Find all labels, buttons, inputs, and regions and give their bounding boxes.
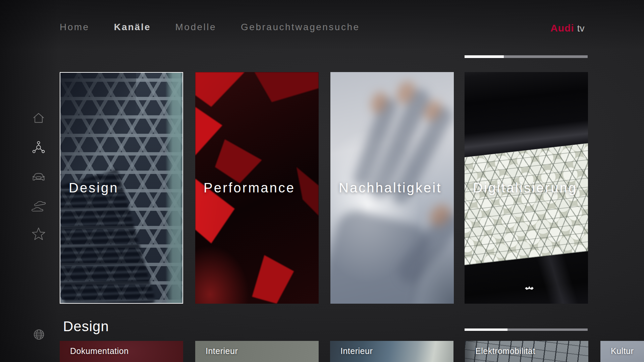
- video-card-interieur-2[interactable]: Interieur: [330, 341, 453, 362]
- video-card-label: Dokumentation: [70, 346, 129, 356]
- channel-card-title: Digitalisierung: [465, 180, 577, 195]
- tv-wordmark: tv: [577, 23, 585, 34]
- channel-card-performance[interactable]: Performance: [195, 72, 319, 304]
- videos-scrollbar[interactable]: [465, 328, 588, 331]
- channel-card-title: Performance: [195, 180, 295, 195]
- video-card-dokumentation[interactable]: Dokumentation: [60, 341, 183, 362]
- video-card-label: Interieur: [206, 346, 238, 356]
- favorites-star-icon: [31, 227, 46, 241]
- channel-card-title: Nachhaltigkeit: [330, 180, 442, 195]
- video-card-kultur[interactable]: Kultur: [600, 341, 644, 362]
- videos-scrollbar-fill: [465, 328, 507, 331]
- channel-card-nachhaltigkeit[interactable]: Nachhaltigkeit: [330, 72, 454, 304]
- channel-card-digitalisierung[interactable]: Digitalisierung: [465, 72, 588, 304]
- nav-item-home[interactable]: Home: [60, 21, 90, 33]
- channels-network-icon: [31, 140, 46, 155]
- language-globe-icon: [32, 328, 46, 341]
- sidebar-home-button[interactable]: [31, 111, 46, 125]
- sidebar-favorites-button[interactable]: [31, 227, 46, 241]
- video-card-label: Kultur: [611, 346, 634, 356]
- audi-tv-logo: Auditv: [550, 22, 584, 34]
- channels-scrollbar-fill: [465, 55, 504, 58]
- sidebar-models-button[interactable]: [31, 170, 46, 184]
- used-cars-icon: [31, 199, 46, 214]
- sidebar-used-cars-button[interactable]: [31, 199, 46, 214]
- nav-item-gebrauchtwagensuche[interactable]: Gebrauchtwagensuche: [241, 21, 360, 33]
- channel-card-title: Design: [60, 180, 119, 195]
- video-card-label: Elektromobilität: [475, 346, 535, 356]
- car-front-icon: [31, 170, 46, 184]
- top-nav: Home Kanäle Modelle Gebrauchtwagensuche: [60, 21, 360, 33]
- app-background: Home Kanäle Modelle Gebrauchtwagensuche …: [0, 0, 644, 362]
- video-card-interieur-1[interactable]: Interieur: [195, 341, 319, 362]
- sidebar-language-button[interactable]: [32, 328, 46, 341]
- audi-wordmark: Audi: [550, 22, 574, 34]
- video-card-label: Interieur: [340, 346, 373, 356]
- channel-card-design[interactable]: Design: [60, 72, 183, 304]
- sidebar-channels-button[interactable]: [31, 140, 46, 155]
- home-icon: [31, 111, 46, 125]
- nav-item-kanaele[interactable]: Kanäle: [114, 21, 151, 33]
- nav-item-modelle[interactable]: Modelle: [175, 21, 217, 33]
- section-title: Design: [63, 318, 109, 335]
- channels-scrollbar[interactable]: [465, 55, 588, 58]
- video-card-elektromobilitaet[interactable]: Elektromobilität: [465, 341, 588, 362]
